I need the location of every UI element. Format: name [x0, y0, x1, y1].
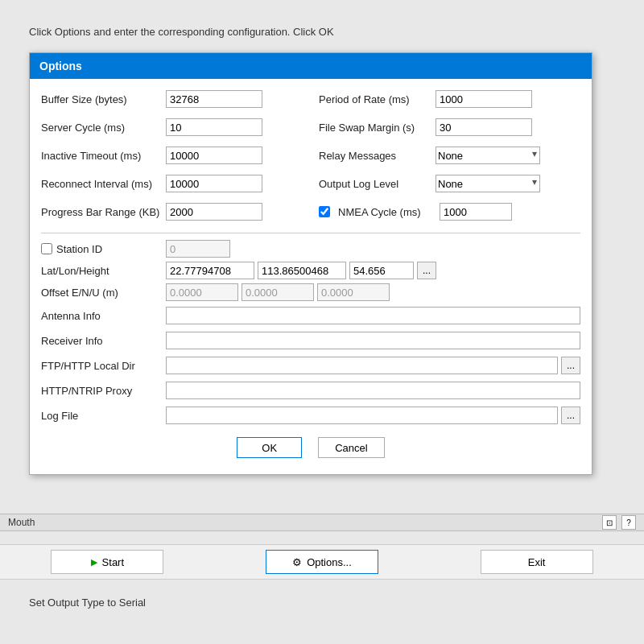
log-file-browse-button[interactable]: ...	[561, 407, 580, 424]
buffer-size-label: Buffer Size (bytes)	[41, 93, 166, 105]
ftp-dir-label: FTP/HTTP Local Dir	[41, 360, 166, 372]
server-cycle-input[interactable]	[166, 118, 262, 136]
app-toolbar: ▶ Start ⚙ Options... Exit	[0, 544, 644, 580]
page-background: Click Options and enter the correspondin…	[0, 0, 644, 644]
form-grid-top: Buffer Size (bytes) Server Cycle (ms) In…	[41, 89, 580, 226]
lat-lon-browse-button[interactable]: ...	[417, 262, 436, 279]
dialog-body: Buffer Size (bytes) Server Cycle (ms) In…	[30, 79, 592, 474]
buffer-size-row: Buffer Size (bytes)	[41, 89, 303, 109]
station-id-row: Station ID	[41, 240, 580, 258]
height-input[interactable]	[349, 262, 414, 279]
offset-label: Offset E/N/U (m)	[41, 287, 166, 299]
offset-n-input[interactable]	[242, 283, 314, 301]
ok-button[interactable]: OK	[237, 437, 302, 458]
lat-lon-inputs: ...	[166, 262, 580, 279]
period-of-rate-label: Period of Rate (ms)	[319, 93, 436, 105]
divider-1	[41, 233, 580, 233]
station-id-label-wrap: Station ID	[41, 243, 166, 255]
lat-lon-label: Lat/Lon/Height	[41, 265, 166, 277]
output-log-select[interactable]: None Low Medium High	[436, 175, 540, 192]
receiver-info-input[interactable]	[166, 332, 580, 349]
log-file-row: Log File ...	[41, 405, 580, 426]
output-log-row: Output Log Level None Low Medium High	[319, 173, 580, 194]
relay-messages-select[interactable]: None On Off	[436, 147, 540, 164]
buffer-size-input[interactable]	[166, 90, 262, 108]
output-log-label: Output Log Level	[319, 178, 436, 190]
http-proxy-row: HTTP/NTRIP Proxy	[41, 380, 580, 401]
antenna-info-input[interactable]	[166, 307, 580, 324]
antenna-info-row: Antenna Info	[41, 305, 580, 326]
lat-lon-row: Lat/Lon/Height ...	[41, 262, 580, 279]
period-of-rate-input[interactable]	[436, 90, 532, 108]
offset-u-input[interactable]	[317, 283, 390, 301]
log-file-label: Log File	[41, 410, 166, 422]
ftp-dir-browse-button[interactable]: ...	[561, 357, 580, 374]
start-icon: ▶	[91, 557, 97, 568]
statusbar-text: Mouth	[8, 517, 35, 528]
inactive-timeout-row: Inactive Timeout (ms)	[41, 145, 303, 166]
receiver-info-row: Receiver Info	[41, 330, 580, 351]
cancel-button[interactable]: Cancel	[318, 437, 384, 458]
nmea-cycle-label: NMEA Cycle (ms)	[338, 206, 435, 218]
ftp-dir-row: FTP/HTTP Local Dir ...	[41, 355, 580, 376]
period-of-rate-row: Period of Rate (ms)	[319, 89, 580, 109]
dialog-title: Options	[39, 60, 82, 72]
start-button[interactable]: ▶ Start	[51, 550, 163, 574]
exit-button[interactable]: Exit	[481, 550, 593, 574]
offset-e-input[interactable]	[166, 283, 238, 301]
http-proxy-input[interactable]	[166, 382, 580, 399]
station-id-checkbox[interactable]	[41, 243, 52, 254]
nmea-cycle-input[interactable]	[440, 203, 512, 221]
server-cycle-label: Server Cycle (ms)	[41, 122, 166, 134]
gear-icon: ⚙	[292, 556, 302, 568]
file-swap-input[interactable]	[436, 118, 532, 136]
form-col-left: Buffer Size (bytes) Server Cycle (ms) In…	[41, 89, 303, 226]
reconnect-interval-row: Reconnect Interval (ms)	[41, 173, 303, 194]
server-cycle-row: Server Cycle (ms)	[41, 117, 303, 138]
resize-icon-box[interactable]: ⊡	[602, 515, 617, 530]
offset-row: Offset E/N/U (m)	[41, 283, 580, 301]
lat-input[interactable]	[166, 262, 254, 279]
file-swap-label: File Swap Margin (s)	[319, 122, 436, 134]
inactive-timeout-label: Inactive Timeout (ms)	[41, 150, 166, 162]
question-icon-box[interactable]: ?	[621, 515, 636, 530]
station-id-label: Station ID	[56, 243, 102, 255]
form-col-right: Period of Rate (ms) File Swap Margin (s)…	[319, 89, 580, 226]
instruction-bottom: Set Output Type to Serial	[29, 597, 146, 609]
relay-messages-label: Relay Messages	[319, 150, 436, 162]
nmea-cycle-checkbox[interactable]	[319, 206, 330, 217]
nmea-cycle-row: NMEA Cycle (ms)	[319, 201, 580, 222]
reconnect-interval-label: Reconnect Interval (ms)	[41, 178, 166, 190]
lon-input[interactable]	[258, 262, 346, 279]
relay-messages-row: Relay Messages None On Off	[319, 145, 580, 166]
options-button[interactable]: ⚙ Options...	[266, 550, 378, 574]
progress-bar-label: Progress Bar Range (KB)	[41, 206, 166, 218]
receiver-info-label: Receiver Info	[41, 335, 166, 347]
antenna-info-label: Antenna Info	[41, 310, 166, 322]
offset-inputs	[166, 283, 580, 301]
progress-bar-row: Progress Bar Range (KB)	[41, 201, 303, 222]
file-swap-row: File Swap Margin (s)	[319, 117, 580, 138]
progress-bar-input[interactable]	[166, 203, 262, 221]
dialog-titlebar: Options	[30, 53, 592, 79]
ftp-dir-input[interactable]	[166, 357, 558, 374]
options-dialog: Options Buffer Size (bytes) Server Cycle…	[29, 52, 592, 475]
status-corner: ⊡ ?	[602, 515, 636, 530]
log-file-input[interactable]	[166, 407, 558, 424]
relay-messages-select-wrapper: None On Off	[436, 147, 540, 164]
instruction-top: Click Options and enter the correspondin…	[29, 26, 334, 38]
dialog-button-row: OK Cancel	[41, 437, 580, 466]
app-statusbar: Mouth ⊡ ?	[0, 514, 644, 531]
start-button-label: Start	[102, 556, 124, 568]
options-button-label: Options...	[307, 556, 352, 568]
station-id-input[interactable]	[166, 240, 230, 258]
inactive-timeout-input[interactable]	[166, 147, 262, 164]
output-log-select-wrapper: None Low Medium High	[436, 175, 540, 192]
reconnect-interval-input[interactable]	[166, 175, 262, 192]
http-proxy-label: HTTP/NTRIP Proxy	[41, 385, 166, 397]
